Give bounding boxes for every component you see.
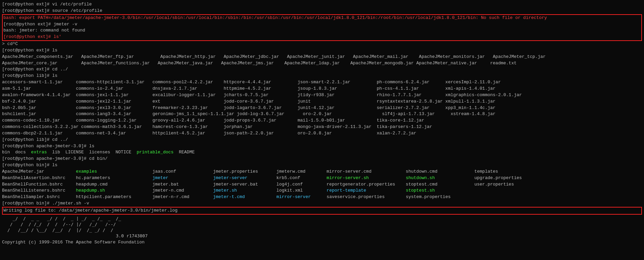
line-bin-ls-5: BeanShellSampler.bshrc httpclient.parame…: [2, 194, 642, 200]
line-lib-9: commons-dbcp2-2.1.1.jar commons-net-3.4.…: [2, 130, 642, 137]
line-source-etc-profile: [root@python ext]# source /etc/profile: [2, 8, 642, 14]
jmeter-server-exec: jmeter-server: [213, 175, 247, 180]
line-cd-up-2: [root@python lib]# cd ../: [2, 137, 642, 143]
line-jmeter-not-found: bash: jmeter: command not found: [3, 27, 641, 34]
extras-dir: extras: [31, 150, 47, 155]
ascii-line-2: / / / /_/ / / /--/ |/ /_/ /--/: [2, 222, 642, 228]
line-bash-export-error: bash: export PATH=/data/jmeter/apache-jm…: [3, 15, 641, 21]
line-lib-4: bsf-2.4.0.jar commons-jexl2-1.1.jar ext …: [2, 99, 642, 105]
stoptest-sh: stoptest.sh: [406, 188, 435, 193]
line-ls-1: [root@python ext]# ls: [2, 47, 642, 54]
line-lib-8: commons-collections-3.2.2.jar commons-ma…: [2, 124, 642, 130]
error-block: bash: export PATH=/data/jmeter/apache-jm…: [2, 14, 642, 41]
line-ls-typo: [root@python ext]# ls': [3, 34, 641, 40]
line-apache-jmeter-components: ApacheJMeter_components.jar ApacheJMeter…: [2, 54, 642, 60]
line-writing-log: Writing log file to: /data/jmeter/apache…: [3, 208, 641, 214]
ascii-line-1: _/ / _ _ _/ / / _ | _/ _ /_ _ /_: [2, 216, 642, 222]
line-bin-ls-1: ApacheJMeter.jar examples jaas.conf jmet…: [2, 169, 642, 175]
ascii-line-4: 3.0 r1743807: [2, 233, 642, 239]
report-template-exec: report-template: [327, 188, 366, 193]
ascii-art-block: _/ / _ _ _/ / / _ | _/ _ /_ _ /_ / / / /…: [2, 216, 642, 239]
line-jmeter-dir-contents: bin docs extras lib LICENSE licenses NOT…: [2, 149, 642, 156]
line-lib-3: avalon-framework-4.1.4.jar commons-jexl-…: [2, 92, 642, 99]
line-ls-apache-jmeter: [root@python apache-jmeter-3.0]# ls: [2, 143, 642, 150]
shutdown-sh: shutdown.sh: [406, 175, 435, 180]
line-vi-etc-profile: [root@python ext]# vi /etc/profile: [2, 1, 642, 8]
printable-docs-dir: printable_docs: [137, 150, 174, 155]
ascii-line-3: / /__/ / \__/ /__/ / |/ /_ _/ / /: [2, 228, 642, 233]
mirror-server-exec: mirror-server: [276, 194, 310, 199]
line-bin-ls-4: BeanShellListeners.bshrc heapdump.sh jme…: [2, 188, 642, 194]
line-lib-2: asm-5.1.jar commons-io-2.4.jar dnsjava-2…: [2, 86, 642, 92]
line-ls-lib: [root@python lib]# ls: [2, 73, 642, 79]
line-lib-7: commons-codec-1.10.jar commons-logging-1…: [2, 117, 642, 124]
terminal-window: [root@python ext]# vi /etc/profile [root…: [2, 1, 642, 246]
line-jmeter-v: [root@python ext]# jmeter -v: [3, 21, 641, 28]
line-lib-6: bshclient.jar commons-lang3-3.4.jar gero…: [2, 111, 642, 117]
examples-dir: examples: [76, 169, 97, 174]
line-lib-1: accessors-smart-1.1.jar commons-httpclie…: [2, 79, 642, 86]
templates-text: templates: [474, 169, 498, 174]
jmeter-exec: jmeter: [153, 175, 168, 180]
line-run-jmeter-sh: [root@python bin]# ./jmeter.sh -v: [2, 200, 642, 207]
line-apache-jmeter-core: ApacheJMeter_core.jar ApacheJMeter_funct…: [2, 60, 642, 67]
mirror-server-sh: mirror-server.sh: [327, 175, 369, 180]
jmeter-log-box: Writing log file to: /data/jmeter/apache…: [2, 207, 642, 215]
line-ls-bin: [root@python bin]# ls: [2, 162, 642, 169]
copyright-text: Copyright (c) 1999-2016 The Apache Softw…: [2, 239, 642, 246]
heapdump-sh: heapdump.sh: [76, 188, 105, 193]
line-cd-up-1: [root@python ext]# cd ../: [2, 66, 642, 73]
line-bin-ls-2: BeanShellAssertion.bshrc hc.parameters j…: [2, 175, 642, 181]
line-cd-ctrl-c: > cd^C: [2, 41, 642, 47]
jmeter-sh-exec: jmeter.sh: [213, 188, 237, 193]
line-cd-bin: [root@python apache-jmeter-3.0]# cd bin/: [2, 156, 642, 162]
line-bin-ls-3: BeanShellFunction.bshrc heapdump.cmd jme…: [2, 181, 642, 188]
jmeter-t-cmd-exec: jmeter-t.cmd: [213, 194, 245, 199]
line-lib-5: bsh-2.0b5.jar commons-jexl3-3.0.jar free…: [2, 105, 642, 111]
